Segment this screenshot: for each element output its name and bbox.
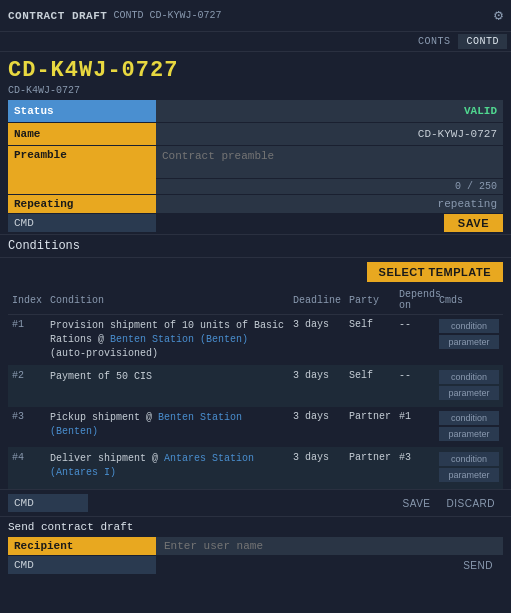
conditions-section: seLeCT TEMPLATE Index Condition Deadline…: [0, 258, 511, 489]
table-row: #3 Pickup shipment @ Benten Station (Ben…: [8, 407, 503, 448]
row-index: #4: [8, 448, 46, 489]
row-depends: --: [395, 315, 435, 366]
row-cmds: condition parameter: [435, 315, 503, 366]
preamble-area: 0 / 250: [156, 146, 503, 194]
row-deadline: 3 days: [289, 407, 345, 448]
parameter-cmd-button[interactable]: parameter: [439, 427, 499, 441]
gear-icon[interactable]: ⚙: [494, 6, 503, 25]
bottom-cmd-row: CMD SAVE DISCARD: [0, 489, 511, 516]
conditions-save-button[interactable]: SAVE: [395, 494, 439, 512]
bottom-cmd-spacer: [88, 494, 395, 512]
row-party: Partner: [345, 448, 395, 489]
col-cmds: Cmds: [435, 286, 503, 315]
parameter-cmd-button[interactable]: parameter: [439, 468, 499, 482]
header-subtitle: CONTD CD-KYWJ-0727: [113, 10, 221, 21]
name-value: CD-KYWJ-0727: [156, 123, 503, 145]
condition-cmd-button[interactable]: condition: [439, 452, 499, 466]
tabs-bar: CONTS CONTD: [0, 32, 511, 52]
condition-cmd-button[interactable]: condition: [439, 319, 499, 333]
row-index: #3: [8, 407, 46, 448]
name-row: Name CD-KYWJ-0727: [8, 123, 503, 145]
header-title: CONTRACT DRAFT: [8, 10, 107, 22]
recipient-input[interactable]: [156, 537, 503, 555]
row-cmds: condition parameter: [435, 448, 503, 489]
select-template-button[interactable]: seLeCT TEMPLATE: [367, 262, 503, 282]
row-party: Self: [345, 315, 395, 366]
send-title: Send contract draft: [8, 521, 503, 533]
col-depends: Depends on: [395, 286, 435, 315]
contract-id-large: CD-K4WJ-0727: [8, 58, 503, 83]
send-cmd-spacer: [156, 556, 453, 574]
conditions-header: Conditions: [0, 234, 511, 258]
row-condition: Pickup shipment @ Benten Station (Benten…: [46, 407, 289, 448]
col-deadline: Deadline: [289, 286, 345, 315]
contract-id-small: CD-K4WJ-0727: [8, 85, 503, 96]
parameter-cmd-button[interactable]: parameter: [439, 386, 499, 400]
repeating-value: repeating: [156, 195, 503, 213]
send-button[interactable]: SEND: [453, 556, 503, 574]
row-party: Partner: [345, 407, 395, 448]
table-row: #2 Payment of 50 CIS 3 days Self -- cond…: [8, 366, 503, 407]
save-button[interactable]: SAVE: [444, 214, 503, 232]
send-cmd-row: CMD SEND: [8, 556, 503, 574]
select-template-row: seLeCT TEMPLATE: [8, 258, 503, 286]
preamble-row: Preamble 0 / 250: [8, 146, 503, 194]
cmd-label: CMD: [8, 214, 156, 232]
name-label: Name: [8, 123, 156, 145]
conditions-discard-button[interactable]: DISCARD: [438, 494, 503, 512]
condition-cmd-button[interactable]: condition: [439, 370, 499, 384]
conditions-title: Conditions: [8, 239, 80, 253]
row-deadline: 3 days: [289, 315, 345, 366]
row-depends: --: [395, 366, 435, 407]
repeating-row: Repeating repeating: [8, 195, 503, 213]
send-recipient-row: Recipient: [8, 537, 503, 555]
status-label: Status: [8, 100, 156, 122]
tab-conts[interactable]: CONTS: [410, 34, 459, 49]
preamble-input[interactable]: [156, 146, 503, 178]
row-index: #1: [8, 315, 46, 366]
col-index: Index: [8, 286, 46, 315]
row-index: #2: [8, 366, 46, 407]
bottom-cmd-label: CMD: [8, 494, 88, 512]
cmd-spacer: [156, 214, 444, 232]
table-row: #4 Deliver shipment @ Antares Station (A…: [8, 448, 503, 489]
row-depends: #1: [395, 407, 435, 448]
col-condition: Condition: [46, 286, 289, 315]
table-row: #1 Provision shipment of 10 units of Bas…: [8, 315, 503, 366]
header: CONTRACT DRAFT CONTD CD-KYWJ-0727 ⚙: [0, 0, 511, 32]
tab-contd[interactable]: CONTD: [458, 34, 507, 49]
send-section: Send contract draft Recipient CMD SEND: [0, 516, 511, 578]
row-deadline: 3 days: [289, 448, 345, 489]
parameter-cmd-button[interactable]: parameter: [439, 335, 499, 349]
repeating-label: Repeating: [8, 195, 156, 213]
condition-cmd-button[interactable]: condition: [439, 411, 499, 425]
form-section: Status VALID Name CD-KYWJ-0727 Preamble …: [0, 100, 511, 232]
row-condition: Payment of 50 CIS: [46, 366, 289, 407]
row-cmds: condition parameter: [435, 366, 503, 407]
row-condition: Deliver shipment @ Antares Station (Anta…: [46, 448, 289, 489]
status-row: Status VALID: [8, 100, 503, 122]
row-party: Self: [345, 366, 395, 407]
row-deadline: 3 days: [289, 366, 345, 407]
status-value: VALID: [156, 100, 503, 122]
preamble-label: Preamble: [8, 146, 156, 194]
contract-id-section: CD-K4WJ-0727 CD-K4WJ-0727: [0, 52, 511, 100]
col-party: Party: [345, 286, 395, 315]
recipient-label: Recipient: [8, 537, 156, 555]
row-cmds: condition parameter: [435, 407, 503, 448]
row-depends: #3: [395, 448, 435, 489]
row-condition: Provision shipment of 10 units of Basic …: [46, 315, 289, 366]
cmd-row: CMD SAVE: [8, 214, 503, 232]
conditions-table: Index Condition Deadline Party Depends o…: [8, 286, 503, 489]
send-cmd-label: CMD: [8, 556, 156, 574]
preamble-counter: 0 / 250: [156, 178, 503, 194]
